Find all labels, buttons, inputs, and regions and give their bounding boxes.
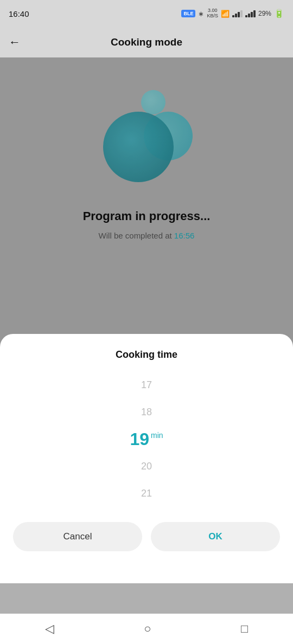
sheet-title: Cooking time xyxy=(0,349,293,360)
signal-bars-2 xyxy=(245,10,256,17)
program-status-title: Program in progress... xyxy=(83,209,211,223)
signal-bars xyxy=(232,10,243,17)
data-speed-indicator: 3.00 KB/S xyxy=(207,8,218,19)
battery-icon: 🔋 xyxy=(274,9,284,18)
program-completion-text: Will be completed at 16:56 xyxy=(99,231,195,240)
unit-label: min xyxy=(151,431,163,440)
wifi-icon: 📶 xyxy=(221,10,230,18)
status-bar: 16:40 BLE ∗ 3.00 KB/S 📶 29% 🔋 xyxy=(0,0,293,27)
back-button[interactable]: ← xyxy=(9,35,21,49)
top-bar: ← Cooking mode xyxy=(0,27,293,57)
picker-item-17[interactable]: 17 xyxy=(0,371,293,398)
ok-button[interactable]: OK xyxy=(151,522,280,551)
status-time: 16:40 xyxy=(9,9,29,18)
bluetooth-icon: ∗ xyxy=(198,10,204,18)
nav-recent-icon[interactable]: □ xyxy=(241,622,248,636)
picker-item-20[interactable]: 20 xyxy=(0,453,293,480)
page-title: Cooking mode xyxy=(111,36,182,48)
bubble-large xyxy=(103,112,174,182)
picker-item-18[interactable]: 18 xyxy=(0,398,293,426)
nav-back-icon[interactable]: ◁ xyxy=(45,622,54,636)
picker-item-19-selected[interactable]: 19 min xyxy=(0,426,293,453)
picker-item-21[interactable]: 21 xyxy=(0,480,293,507)
ble-badge: BLE xyxy=(181,10,195,17)
bubble-illustration xyxy=(92,79,201,188)
completion-time: 16:56 xyxy=(174,231,195,240)
bubble-small xyxy=(141,90,165,114)
nav-bar: ◁ ○ □ xyxy=(0,614,293,644)
bottom-sheet: Cooking time 17 18 19 min 20 21 xyxy=(0,334,293,583)
time-picker[interactable]: 17 18 19 min 20 21 xyxy=(0,371,293,507)
cancel-button[interactable]: Cancel xyxy=(13,522,142,551)
sheet-buttons: Cancel OK xyxy=(0,511,293,562)
main-content: Program in progress... Will be completed… xyxy=(0,57,293,614)
status-icons: BLE ∗ 3.00 KB/S 📶 29% 🔋 xyxy=(181,8,284,19)
subtitle-prefix: Will be completed at xyxy=(99,231,174,240)
battery-percentage: 29% xyxy=(258,10,271,17)
nav-home-icon[interactable]: ○ xyxy=(144,622,151,636)
